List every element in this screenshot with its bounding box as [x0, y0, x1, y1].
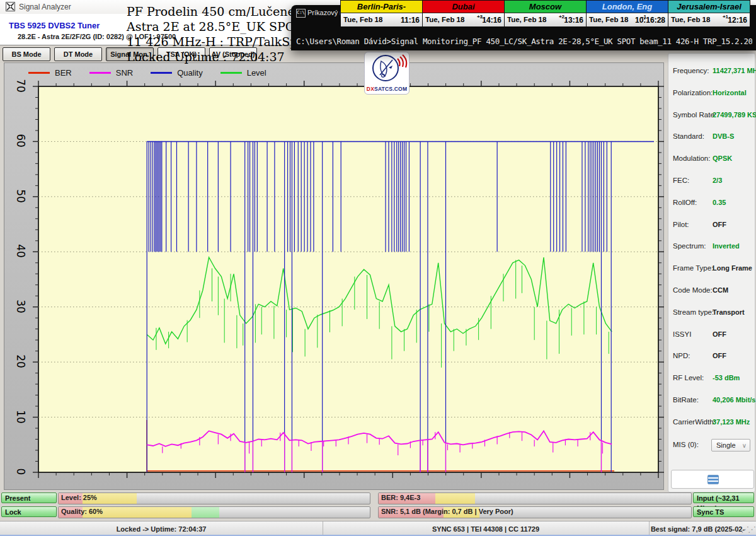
sidebar-row-label: Code Mode: [673, 286, 713, 294]
sidebar-row-carrierwidth: CarrierWidth:37,123 MHz [668, 418, 755, 428]
chart-panel: BERSNRQualityLevel [4, 62, 664, 490]
clock-time: 12:16 [728, 16, 747, 25]
tuner-name: TBS 5925 DVBS2 Tuner [9, 21, 100, 30]
clock-city: London, Eng [587, 1, 668, 13]
clock-city: Jerusalem-Israel [668, 1, 750, 13]
clock-time-row: Tue, Feb 18+314:16 [423, 13, 504, 26]
legend-label: SNR [116, 68, 133, 78]
sidebar-row-npd: NPD:OFF [668, 352, 755, 362]
sidebar-row-stream-type: Stream type:Transport [668, 308, 755, 318]
meter-level: Level: 25% [58, 492, 370, 504]
sidebar-row-rf-level: RF Level:-53 dBm [668, 374, 755, 384]
export-button[interactable] [671, 470, 754, 489]
sidebar-row-label: RF Level: [673, 374, 704, 382]
chart-legend: BERSNRQualityLevel [28, 67, 266, 78]
meter-ber: BER: 9,4E-3 [378, 492, 692, 504]
export-icon [707, 475, 719, 484]
status-bar: Locked -> Uptime: 72:04:37 SYNC 653 | TE… [0, 521, 756, 536]
world-clocks: Berlin-Paris-LučenecTue, Feb 1811:16Duba… [340, 0, 750, 26]
sidebar-row-label: FEC: [673, 177, 689, 184]
clock-moscow: MoscowTue, Feb 18+213:16 [505, 0, 587, 26]
sidebar-row-value: -53 dBm [713, 374, 740, 382]
resize-grip[interactable]: ⋰⋰ [741, 525, 755, 534]
lock-badge: Lock [1, 506, 57, 517]
status-sync-counters: SYNC 653 | TEI 44308 | CC 11729 [323, 521, 650, 536]
lock-label: Lock [5, 508, 21, 516]
sidebar-row-frequency: Frequency:11427,371 MHz [668, 67, 755, 77]
clock-time-row: Tue, Feb 18-110:16:28 [587, 13, 668, 26]
legend-item-quality: Quality [151, 68, 202, 78]
y-axis-label-10: 10 [13, 409, 28, 424]
meter-level-label: Level: 25% [61, 494, 97, 501]
plot-svg [30, 78, 667, 481]
sidebar-panel: Frequency:11427,371 MHzPolarization:Hori… [668, 53, 755, 492]
sidebar-row-label: Symbol Rate: [673, 111, 716, 119]
legend-swatch-snr [89, 72, 111, 74]
sidebar-row-spectrum: Spectrum:Inverted [668, 242, 755, 252]
sidebar-row-value: OFF [713, 352, 726, 359]
window-title: Signal Analyzer [19, 3, 71, 11]
clock-time: 11:16 [401, 16, 420, 25]
y-axis-label-40: 40 [13, 243, 28, 259]
sidebar-row-label: Modulation: [673, 154, 710, 162]
clock-date: Tue, Feb 18 [507, 16, 546, 23]
sidebar-row-label: Spectrum: [673, 242, 706, 250]
app-icon [6, 2, 15, 11]
clock-date: Tue, Feb 18 [343, 16, 382, 23]
present-label: Present [5, 494, 30, 502]
sidebar-row-pilot: Pilot:OFF [668, 221, 755, 231]
sidebar-row-value: CCM [713, 286, 728, 294]
sidebar-row-code-mode: Code Mode:CCM [668, 286, 755, 296]
y-axis-label-50: 50 [13, 189, 28, 204]
tab-dt-mode[interactable]: DT Mode [54, 47, 102, 61]
sidebar-row-standard: Standard:DVB-S [668, 132, 755, 143]
meter-snr-label: SNR: 5,1 dB (Margin: 0,7 dB | Very Poor) [381, 508, 513, 515]
clock-time-row: Tue, Feb 1811:16 [341, 13, 422, 26]
clock-date: Tue, Feb 18 [671, 16, 710, 23]
sidebar-row-label: Frame Type: [673, 264, 713, 272]
y-axis-label-60: 60 [13, 133, 28, 148]
sidebar-row-value: OFF [713, 221, 726, 228]
sync-ts-badge: Sync TS [693, 506, 754, 517]
input-badge: Input (~32,31 Mbps) [693, 492, 754, 503]
sidebar-row-label: NPD: [673, 352, 690, 359]
sidebar-row-rolloff: RollOff:0.35 [668, 199, 755, 209]
mis-dropdown[interactable]: Single ∨ [711, 439, 750, 452]
sidebar-row-label: Pilot: [673, 221, 689, 228]
dxsatcs-logo: DXSATCS.COM [364, 52, 410, 95]
clock-city: Dubai [423, 1, 504, 13]
sidebar-row-value: DVB-S [713, 132, 734, 140]
sidebar-row-value: OFF [713, 330, 726, 338]
sidebar-row-bitrate: BitRate:40,206 Mbit/s [668, 396, 755, 406]
sidebar-row-value: Transport [713, 308, 745, 316]
meter-ber-label: BER: 9,4E-3 [381, 494, 420, 501]
sidebar-row-label: Frequency: [673, 67, 709, 74]
meter-quality-green [192, 507, 219, 518]
sidebar-row-label: Polarization: [673, 89, 713, 96]
sidebar-row-value: 2/3 [713, 177, 722, 184]
y-axis-label-0: 0 [13, 464, 28, 479]
meter-ber-yellow [435, 493, 475, 504]
legend-label: BER [55, 68, 72, 78]
legend-item-level: Level [220, 68, 266, 78]
clock-time: 13:16 [564, 16, 583, 25]
present-badge: Present [1, 492, 57, 503]
clock-time-row: Tue, Feb 18+112:16 [668, 13, 750, 26]
sidebar-row-value: 11427,371 MHz [713, 67, 756, 74]
legend-label: Level [247, 68, 266, 78]
signal-analyzer-window: Signal Analyzer ∨ TBS 5925 DVBS2 Tuner 2… [0, 0, 756, 536]
y-axis-label-30: 30 [13, 299, 28, 314]
meter-quality-label: Quality: 60% [61, 508, 103, 515]
sync-ts-label: Sync TS [697, 508, 724, 516]
sidebar-row-value: Horizontal [713, 89, 747, 96]
meter-snr: SNR: 5,1 dB (Margin: 0,7 dB | Very Poor) [378, 506, 692, 518]
sidebar-row-value: 27499,789 KS/s [713, 111, 756, 119]
sidebar-row-label: Standard: [673, 132, 704, 140]
satellite-dish-icon [365, 52, 409, 84]
legend-swatch-level [220, 72, 242, 74]
terminal-command[interactable]: C:\Users\Roman Dávid>Signal Monitoring_P… [296, 37, 752, 46]
clock-city: Moscow [505, 1, 586, 13]
sidebar-row-label: Stream type: [673, 308, 714, 316]
sidebar-row-value: QPSK [713, 154, 732, 162]
tab-bs-mode[interactable]: BS Mode [3, 47, 50, 61]
